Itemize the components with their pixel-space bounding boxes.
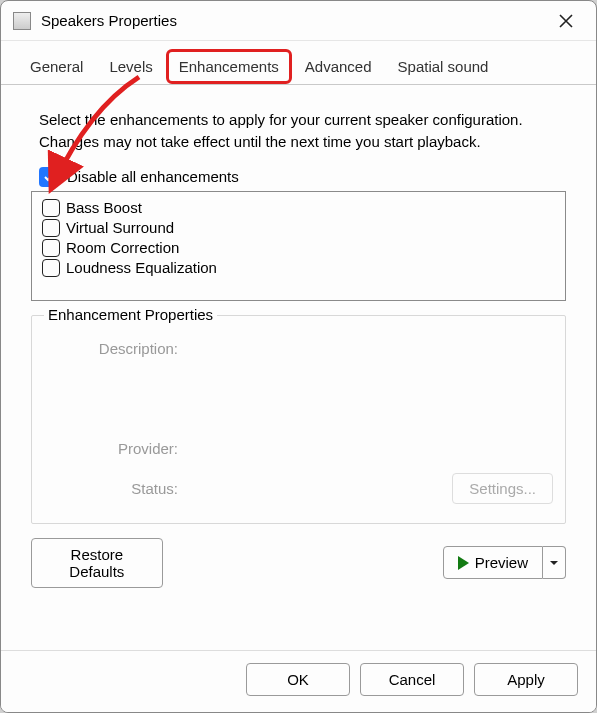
close-button[interactable]: [548, 7, 584, 35]
list-item[interactable]: Bass Boost: [42, 198, 555, 218]
chevron-down-icon: [549, 558, 559, 568]
enhancement-label: Virtual Surround: [66, 219, 174, 236]
settings-button[interactable]: Settings...: [452, 473, 553, 504]
disable-all-checkbox[interactable]: [39, 167, 59, 187]
intro-text: Select the enhancements to apply for you…: [39, 109, 562, 153]
tab-enhancements[interactable]: Enhancements: [166, 49, 292, 84]
list-item[interactable]: Room Correction: [42, 238, 555, 258]
list-item[interactable]: Loudness Equalization: [42, 258, 555, 278]
enhancements-panel: Select the enhancements to apply for you…: [1, 85, 596, 650]
speaker-app-icon: [13, 12, 31, 30]
enhancement-label: Bass Boost: [66, 199, 142, 216]
play-icon: [458, 556, 469, 570]
window-title: Speakers Properties: [41, 12, 548, 29]
enhancement-checkbox[interactable]: [42, 199, 60, 217]
enhancement-checkbox[interactable]: [42, 219, 60, 237]
enhancement-properties-group: Enhancement Properties Description: Prov…: [31, 315, 566, 524]
tab-advanced[interactable]: Advanced: [292, 49, 385, 84]
preview-split-button: Preview: [443, 546, 566, 579]
enhancement-checkbox[interactable]: [42, 239, 60, 257]
enhancement-checkbox[interactable]: [42, 259, 60, 277]
cancel-button[interactable]: Cancel: [360, 663, 464, 696]
preview-dropdown-button[interactable]: [543, 546, 566, 579]
apply-button[interactable]: Apply: [474, 663, 578, 696]
titlebar: Speakers Properties: [1, 1, 596, 41]
preview-label: Preview: [475, 554, 528, 571]
close-icon: [559, 14, 573, 28]
speakers-properties-dialog: Speakers Properties General Levels Enhan…: [0, 0, 597, 713]
tabstrip: General Levels Enhancements Advanced Spa…: [1, 41, 596, 85]
dialog-footer: OK Cancel Apply: [1, 650, 596, 712]
tab-general[interactable]: General: [17, 49, 96, 84]
enhancement-label: Room Correction: [66, 239, 179, 256]
status-label: Status:: [44, 480, 184, 497]
ok-button[interactable]: OK: [246, 663, 350, 696]
description-label: Description:: [44, 340, 184, 357]
list-item[interactable]: Virtual Surround: [42, 218, 555, 238]
enhancements-listbox[interactable]: Bass Boost Virtual Surround Room Correct…: [31, 191, 566, 301]
enhancement-label: Loudness Equalization: [66, 259, 217, 276]
restore-defaults-button[interactable]: Restore Defaults: [31, 538, 163, 588]
tab-spatial-sound[interactable]: Spatial sound: [385, 49, 502, 84]
preview-button[interactable]: Preview: [443, 546, 543, 579]
disable-all-label: Disable all enhancements: [67, 168, 239, 185]
checkmark-icon: [43, 171, 55, 183]
provider-label: Provider:: [44, 440, 184, 457]
tab-levels[interactable]: Levels: [96, 49, 165, 84]
properties-title: Enhancement Properties: [44, 306, 217, 323]
